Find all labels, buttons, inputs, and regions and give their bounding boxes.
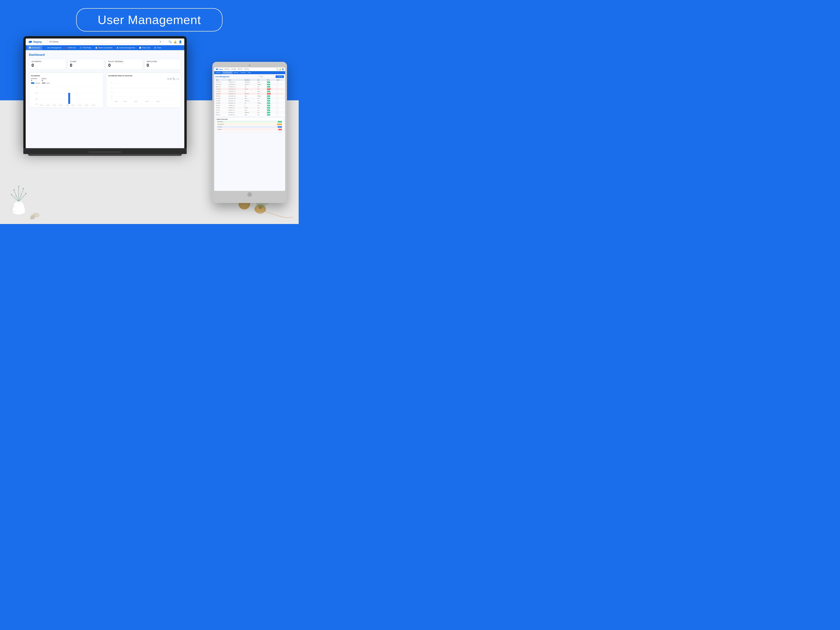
cell-email: b.martin@co.com bbox=[228, 95, 244, 97]
nav-item-assets[interactable]: 🏠 Assets Management bbox=[115, 45, 137, 50]
nav-item-policy[interactable]: 📄 Policy Hub bbox=[137, 45, 152, 50]
tablet-bell-icon[interactable]: 🔔 bbox=[279, 68, 281, 70]
search-container[interactable]: All Clients ▾ bbox=[47, 39, 163, 44]
status-badge: Active bbox=[267, 100, 270, 101]
cell-action[interactable]: ✎ bbox=[276, 97, 284, 99]
tablet-home-button[interactable] bbox=[247, 192, 252, 197]
cell-role: User bbox=[257, 93, 266, 95]
chart-sub-info: Incidents 1 Claims 0 bbox=[31, 78, 102, 81]
cell-action[interactable]: ✎ bbox=[276, 88, 284, 90]
tablet-search-icon[interactable]: 🔍 bbox=[276, 68, 278, 70]
cell-status: Active bbox=[266, 86, 276, 88]
tablet-nav-third[interactable]: Third Party bbox=[240, 71, 246, 74]
accidents-chart-svg: 1.5 1.0 0.5 0.0 bbox=[31, 85, 102, 106]
cell-action[interactable]: ✎ bbox=[276, 102, 284, 104]
svg-text:5: 5 bbox=[112, 83, 112, 84]
page-title: User Management bbox=[98, 13, 201, 27]
status-row-red: Escalated High bbox=[216, 128, 283, 131]
bell-icon[interactable]: 🔔 bbox=[174, 40, 177, 43]
cell-action[interactable]: ✎ bbox=[276, 114, 284, 116]
tablet-nav-claims[interactable]: Claims bbox=[247, 71, 252, 74]
cell-action[interactable]: ✎ bbox=[276, 99, 284, 102]
search-icon[interactable]: 🔍 bbox=[169, 40, 172, 43]
nav-item-user-mgmt[interactable]: 👤 User Management bbox=[43, 45, 63, 50]
col-header-email: Email bbox=[228, 79, 244, 81]
cell-name: Ann Scott bbox=[215, 114, 228, 116]
tablet-logo: Staging bbox=[215, 68, 223, 70]
svg-rect-8 bbox=[68, 93, 70, 104]
status-badge: Active bbox=[267, 109, 270, 111]
nav-item-dashboard[interactable]: 📊 Dashboard bbox=[27, 45, 42, 50]
cell-status: Active bbox=[266, 90, 276, 93]
cell-name: Tom Wilson bbox=[215, 90, 228, 93]
tablet-user-icon[interactable]: 👤 bbox=[282, 68, 284, 70]
title-area: User Management bbox=[76, 8, 223, 32]
ctrl-home[interactable]: ⌂ bbox=[176, 78, 177, 80]
tablet-nav-dashboard[interactable]: Dashboard bbox=[215, 71, 222, 74]
ctrl-zoom-in[interactable]: ⊕ bbox=[170, 78, 172, 80]
cell-action[interactable]: ✎ bbox=[276, 90, 284, 93]
nav-item-third-party[interactable]: 🔗 Third Party bbox=[78, 45, 93, 50]
incidents-label: Incidents bbox=[31, 78, 37, 79]
table-row: Tom Wilson t.wilson@co.com IT Admin Acti… bbox=[215, 90, 284, 93]
cell-action[interactable]: ✎ bbox=[276, 86, 284, 88]
nav-item-trash[interactable]: 🗑 Trash bbox=[152, 45, 163, 50]
tablet-toolbar: + Add User bbox=[258, 75, 284, 78]
col-header-dept: Department bbox=[244, 79, 257, 81]
svg-point-42 bbox=[25, 193, 27, 194]
svg-text:04:00: 04:00 bbox=[134, 101, 137, 102]
tablet-nav-item-4: Third Party bbox=[243, 68, 250, 70]
cell-action[interactable]: ✎ bbox=[276, 95, 284, 97]
svg-text:02:00: 02:00 bbox=[46, 104, 49, 106]
cell-dept: Finance bbox=[244, 107, 257, 109]
table-row: Bob Martin b.martin@co.com Sales Manager… bbox=[215, 95, 284, 97]
cell-action[interactable]: ✎ bbox=[276, 109, 284, 111]
ctrl-menu[interactable]: ≡ bbox=[178, 78, 179, 80]
svg-line-37 bbox=[19, 194, 26, 202]
tablet-content: User Management + Add User Name Email bbox=[214, 74, 285, 191]
status-badge: Active bbox=[267, 112, 270, 113]
dropdown-arrow: ▾ bbox=[160, 41, 161, 43]
cell-action[interactable]: ✎ bbox=[276, 104, 284, 107]
user-table: Name Email Department Role Status Action… bbox=[215, 79, 284, 116]
nav-item-mvr[interactable]: 🚗 MVR Hub bbox=[63, 45, 78, 50]
tablet-search-input[interactable] bbox=[258, 75, 275, 78]
ctrl-zoom-out[interactable]: ⊖ bbox=[167, 78, 169, 80]
status-row-green: Active Claims Open bbox=[216, 121, 283, 123]
user-icon[interactable]: 👤 bbox=[179, 40, 182, 43]
svg-point-39 bbox=[13, 189, 15, 191]
charts-row: Accidents Incidents 1 Claims 0 bbox=[29, 73, 181, 108]
svg-text:1.5: 1.5 bbox=[36, 86, 38, 88]
stat-card-renewal: POLICY RENEWAL 0 bbox=[106, 59, 143, 70]
table-row: Joe King j.king@co.com Sales User Active… bbox=[215, 109, 284, 111]
cell-role: User bbox=[257, 111, 266, 114]
flower-svg bbox=[29, 208, 43, 219]
legend-claims: Claims bbox=[42, 82, 50, 84]
tablet-nav-users[interactable]: User Management bbox=[222, 71, 233, 74]
cell-name: Kim Black bbox=[215, 102, 228, 104]
cell-dept: Marketing bbox=[244, 111, 257, 114]
cell-status: Active bbox=[266, 111, 276, 114]
laptop-topbar: Staging All Clients ▾ 🔍 🔔 👤 bbox=[26, 38, 184, 45]
status-row-orange: Pending Review Pending bbox=[216, 123, 283, 126]
cell-role: User bbox=[257, 104, 266, 107]
col-header-role: Role bbox=[257, 79, 266, 81]
cell-action[interactable]: ✎ bbox=[276, 83, 284, 86]
cell-dept: Operations bbox=[244, 99, 257, 102]
ctrl-search[interactable]: 🔍 bbox=[172, 78, 175, 80]
cell-action[interactable]: ✎ bbox=[276, 111, 284, 114]
cell-status: Active bbox=[266, 107, 276, 109]
tablet-add-button[interactable]: + Add User bbox=[276, 75, 284, 78]
cell-action[interactable]: ✎ bbox=[276, 93, 284, 95]
status-row-blue: In Progress Active bbox=[216, 126, 283, 128]
cell-email: j.smith@co.com bbox=[228, 81, 244, 83]
svg-text:1.0: 1.0 bbox=[36, 92, 38, 94]
nav-item-claims[interactable]: 📋 Claims & Incidents bbox=[93, 45, 114, 50]
search-bar[interactable]: All Clients ▾ bbox=[47, 39, 163, 44]
trash-icon: 🗑 bbox=[154, 47, 156, 49]
tablet-nav-mvr[interactable]: MVR Hub bbox=[233, 71, 239, 74]
cell-action[interactable]: ✎ bbox=[276, 107, 284, 109]
claims-info-value: 0 bbox=[42, 79, 43, 81]
stat-value-renewal: 0 bbox=[108, 63, 140, 68]
cell-action[interactable]: ✎ bbox=[276, 81, 284, 83]
